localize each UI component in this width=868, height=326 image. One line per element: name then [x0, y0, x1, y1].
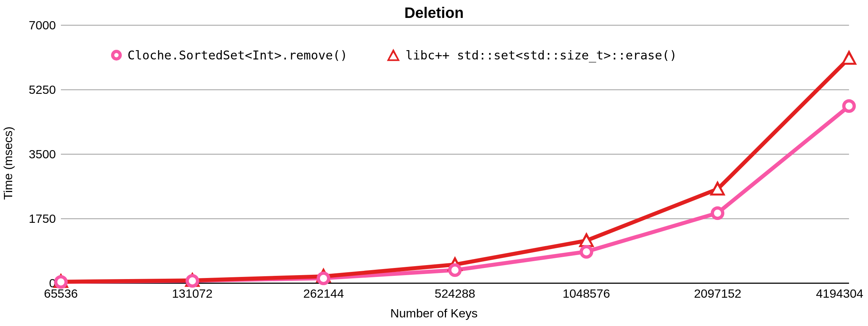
y-tick-label: 3500 [29, 147, 56, 161]
y-tick-label: 1750 [29, 212, 56, 226]
x-axis-label: Number of Keys [0, 306, 868, 320]
data-point [186, 274, 199, 288]
chart-title: Deletion [0, 4, 868, 21]
series-lines [61, 25, 849, 283]
data-point [317, 272, 330, 285]
data-point [710, 181, 725, 198]
y-axis-label: Time (msecs) [0, 0, 16, 326]
plot-area: Cloche.SortedSet<Int>.remove() libc++ st… [61, 25, 849, 283]
data-point [448, 263, 462, 277]
y-tick-label: 7000 [29, 18, 56, 32]
data-point [841, 50, 857, 67]
x-tick-label: 262144 [303, 287, 344, 301]
x-tick-label: 524288 [435, 287, 475, 301]
data-point [711, 206, 724, 220]
y-tick-label: 5250 [29, 83, 56, 97]
x-tick-label: 4194304 [816, 287, 863, 301]
data-point [54, 275, 68, 289]
data-point [580, 245, 593, 259]
data-point [842, 99, 856, 113]
x-tick-label: 1048576 [562, 287, 610, 301]
deletion-chart: Deletion Time (msecs) Number of Keys Clo… [0, 0, 868, 326]
x-tick-label: 2097152 [694, 287, 741, 301]
